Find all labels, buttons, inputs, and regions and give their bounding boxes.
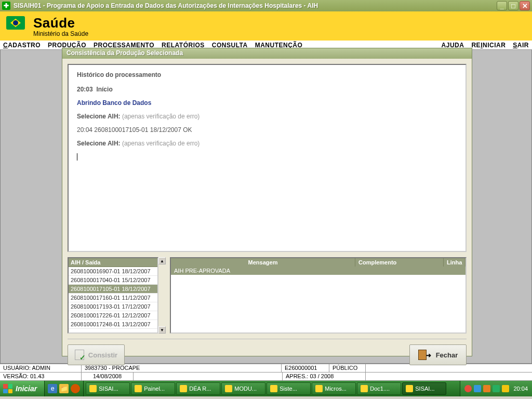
fechar-button[interactable]: Fechar — [409, 344, 467, 365]
check-icon — [75, 350, 84, 360]
aih-list: AIH / Saída 2608100016907-01 18/12/20072… — [68, 257, 158, 334]
list-item[interactable]: 2608100017226-01 12/12/2007 — [69, 311, 157, 320]
window-title: SISAIH01 - Programa de Apoio a Entrada d… — [14, 2, 497, 9]
dialog-title: Consistência da Produção Selecionada — [62, 48, 472, 59]
log-line-1: 20:03 Início — [77, 86, 457, 93]
windows-logo-icon — [3, 384, 12, 393]
tray-icon-1[interactable] — [464, 385, 472, 392]
status-cnes: E260000001 — [282, 364, 329, 373]
list-item[interactable]: 2608100017160-01 11/12/2007 — [69, 294, 157, 302]
taskbar-item[interactable]: Doc1.... — [357, 382, 401, 395]
list-item[interactable]: 2608100016907-01 18/12/2007 — [69, 267, 157, 276]
close-button[interactable]: ✕ — [520, 1, 530, 10]
message-row[interactable]: AIH PRE-APROVADA — [171, 267, 466, 275]
status-estab: 3983730 - PROCAPE — [82, 364, 282, 373]
task-label: Micros... — [325, 385, 347, 392]
status-publico: PÚBLICO — [329, 364, 366, 373]
task-label: SISAI... — [415, 385, 434, 392]
list-item[interactable]: 2608100017105-01 18/12/2007 — [69, 285, 157, 294]
log-line-5: Selecione AIH: (apenas verificação de er… — [77, 140, 457, 147]
col-mensagem: Mensagem — [171, 258, 355, 267]
task-app-icon — [89, 385, 97, 392]
text-cursor — [77, 153, 77, 161]
tray-icon-2[interactable] — [474, 385, 481, 392]
consistir-label: Consistir — [88, 351, 117, 359]
tray-icon-5[interactable] — [502, 385, 509, 392]
log-line-4: 20:04 2608100017105-01 18/12/2007 OK — [77, 126, 457, 134]
consistir-button[interactable]: Consistir — [68, 344, 125, 365]
statusbar: USUÁRIO: ADMIN 3983730 - PROCAPE E260000… — [0, 364, 532, 381]
door-icon — [418, 350, 427, 360]
tray-icon-4[interactable] — [493, 385, 500, 392]
task-label: MODU... — [234, 385, 257, 392]
ie-icon[interactable]: e — [48, 384, 57, 393]
task-label: DÉA R... — [189, 385, 211, 392]
taskbar-item[interactable]: Siste... — [267, 382, 311, 395]
workspace: Consistência da Produção Selecionada His… — [0, 50, 532, 364]
list-item[interactable]: 2608100017193-01 17/12/2007 — [69, 302, 157, 311]
task-app-icon — [315, 385, 323, 392]
task-label: Painel... — [144, 385, 165, 392]
taskbar: Iniciar e 📁 SISAI...Painel...DÉA R...MOD… — [0, 381, 532, 396]
list-item[interactable]: 2608100017040-01 15/12/2007 — [69, 276, 157, 285]
task-app-icon — [406, 385, 413, 392]
log-label: Histórico do processamento — [77, 71, 457, 78]
taskbar-item[interactable]: SISAI... — [402, 382, 446, 395]
task-app-icon — [135, 385, 142, 392]
message-table: Mensagem Complemento Linha AIH PRE-APROV… — [170, 257, 467, 334]
task-app-icon — [225, 385, 232, 392]
menu-cadastro[interactable]: CADASTRO — [3, 42, 41, 49]
app-header: Saúde Ministério da Saúde — [0, 11, 532, 41]
minimize-button[interactable]: _ — [497, 1, 507, 10]
task-label: Siste... — [280, 385, 297, 392]
task-app-icon — [180, 385, 187, 392]
task-app-icon — [361, 385, 368, 392]
start-button[interactable]: Iniciar — [0, 381, 45, 396]
quick-launch: e 📁 — [45, 381, 84, 396]
scroll-up-icon[interactable]: ▲ — [158, 257, 166, 264]
app-icon: ✚ — [2, 2, 10, 10]
header-title: Saúde — [33, 15, 88, 31]
log-line-3: Selecione AIH: (apenas verificação de er… — [77, 113, 457, 120]
system-tray: 20:04 — [460, 381, 532, 396]
start-label: Iniciar — [16, 384, 37, 393]
menu-reiniciar[interactable]: REINICIAR — [471, 42, 506, 49]
fechar-label: Fechar — [436, 351, 458, 359]
taskbar-item[interactable]: Painel... — [131, 382, 175, 395]
col-linha: Linha — [444, 258, 466, 267]
task-items: SISAI...Painel...DÉA R...MODU...Siste...… — [84, 381, 460, 396]
status-versao: VERSÃO: 01.43 — [0, 373, 82, 381]
aih-scrollbar[interactable]: ▲ ▼ — [158, 257, 167, 334]
status-usuario: USUÁRIO: ADMIN — [0, 364, 82, 373]
maximize-button[interactable]: □ — [508, 1, 518, 10]
log-line-2: Abrindo Banco de Dados — [77, 99, 457, 107]
log-panel: Histórico do processamento 20:03 Início … — [68, 64, 467, 252]
folder-icon[interactable]: 📁 — [59, 384, 69, 393]
taskbar-item[interactable]: MODU... — [221, 382, 265, 395]
task-label: SISAI... — [99, 385, 118, 392]
list-item[interactable]: 2608100017248-01 13/12/2007 — [69, 320, 157, 329]
task-label: Doc1.... — [370, 385, 390, 392]
col-complemento: Complemento — [355, 258, 444, 267]
menu-sair[interactable]: SAIR — [513, 42, 529, 49]
status-data: 14/08/2008 — [82, 373, 134, 381]
window-titlebar: ✚ SISAIH01 - Programa de Apoio a Entrada… — [0, 0, 532, 11]
taskbar-item[interactable]: DÉA R... — [176, 382, 220, 395]
consistencia-dialog: Consistência da Produção Selecionada His… — [62, 48, 472, 356]
scroll-down-icon[interactable]: ▼ — [158, 326, 166, 334]
taskbar-item[interactable]: Micros... — [312, 382, 356, 395]
tray-clock: 20:04 — [513, 385, 528, 392]
header-subtitle: Ministério da Saúde — [33, 30, 88, 37]
task-app-icon — [270, 385, 277, 392]
tray-icon-3[interactable] — [483, 385, 490, 392]
taskbar-item[interactable]: SISAI... — [86, 382, 130, 395]
firefox-icon[interactable] — [71, 384, 80, 393]
aih-list-header: AIH / Saída — [69, 258, 157, 267]
status-apres: APRES.: 03 / 2008 — [283, 373, 366, 381]
brazil-flag-icon — [6, 16, 27, 36]
